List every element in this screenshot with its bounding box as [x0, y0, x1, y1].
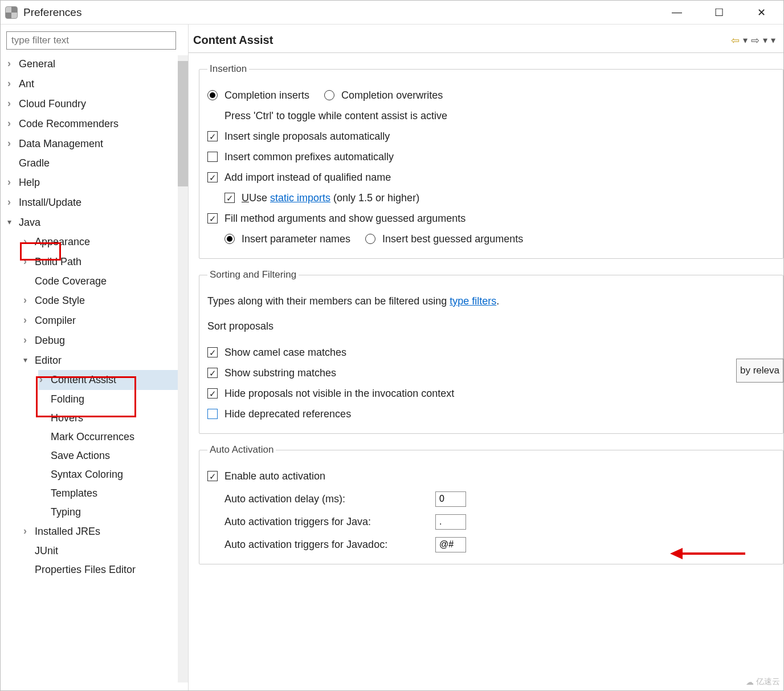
tree-item-ant[interactable]: Ant [6, 74, 185, 94]
tree-item-code-recommenders[interactable]: Code Recommenders [6, 114, 185, 134]
tree-item-save-actions[interactable]: Save Actions [38, 446, 185, 465]
tree-item-cloud-foundry[interactable]: Cloud Foundry [6, 94, 185, 114]
close-button[interactable]: ✕ [750, 6, 772, 19]
enable-auto-check[interactable] [207, 471, 218, 481]
filter-input[interactable] [6, 31, 176, 50]
tree-item-properties-files-editor[interactable]: Properties Files Editor [22, 560, 185, 579]
insert-common-check[interactable] [207, 152, 218, 162]
auto-activation-group: Auto Activation Enable auto activation A… [199, 440, 783, 564]
sidebar-scrollbar[interactable] [178, 55, 188, 682]
tree-item-folding[interactable]: Folding [38, 390, 185, 409]
add-import-check[interactable] [207, 172, 218, 182]
preference-tree: General Ant Cloud Foundry Code Recommend… [6, 54, 185, 579]
nav-menu-icon[interactable]: ▾ [771, 35, 775, 46]
tree-item-java[interactable]: Java [6, 213, 185, 232]
use-static-check[interactable] [224, 193, 235, 203]
insert-common-label: Insert common prefixes automatically [224, 147, 394, 167]
hide-deprecated-check[interactable] [207, 409, 218, 419]
show-substring-label: Show substring matches [224, 363, 336, 383]
maximize-button[interactable]: ☐ [708, 6, 730, 19]
nav-back-menu-icon[interactable]: ▾ [743, 35, 748, 46]
triggers-java-input[interactable] [435, 514, 466, 530]
tree-item-install-update[interactable]: Install/Update [6, 193, 185, 213]
completion-overwrites-label: Completion overwrites [341, 85, 443, 105]
insert-param-radio[interactable] [224, 234, 235, 244]
tree-item-debug[interactable]: Debug [22, 331, 185, 351]
tree-item-mark-occurrences[interactable]: Mark Occurrences [38, 428, 185, 446]
insert-best-label: Insert best guessed arguments [382, 229, 523, 249]
tree-item-templates[interactable]: Templates [38, 484, 185, 503]
annotation-arrow [670, 548, 745, 559]
minimize-button[interactable]: — [666, 6, 688, 19]
type-filters-link[interactable]: type filters [450, 295, 496, 307]
hide-invisible-check[interactable] [207, 388, 218, 399]
auto-legend: Auto Activation [207, 440, 276, 460]
sort-dropdown[interactable]: by releva [736, 359, 783, 383]
delay-input[interactable] [435, 491, 466, 507]
static-imports-link[interactable]: static imports [270, 192, 330, 204]
watermark: ☁ 亿速云 [746, 677, 780, 687]
page-title: Content Assist [193, 34, 273, 47]
tree-item-general[interactable]: General [6, 54, 185, 74]
fill-method-label: Fill method arguments and show guessed a… [224, 208, 466, 229]
enable-auto-label: Enable auto activation [224, 466, 325, 486]
tree-item-data-management[interactable]: Data Management [6, 134, 185, 154]
sort-proposals-label: Sort proposals [207, 316, 775, 336]
window-controls: — ☐ ✕ [666, 6, 779, 19]
nav-back-icon[interactable]: ⇦ [731, 34, 740, 47]
completion-inserts-label: Completion inserts [224, 85, 309, 105]
preferences-window: Preferences — ☐ ✕ General Ant Cloud Foun… [0, 0, 784, 691]
tree-item-hovers[interactable]: Hovers [38, 409, 185, 428]
completion-inserts-radio[interactable] [207, 90, 218, 100]
insert-single-label: Insert single proposals automatically [224, 126, 390, 147]
insert-single-check[interactable] [207, 131, 218, 141]
tree-item-gradle[interactable]: Gradle [6, 154, 185, 173]
eclipse-icon [5, 6, 18, 19]
nav-forward-menu-icon[interactable]: ▾ [763, 35, 767, 46]
titlebar: Preferences — ☐ ✕ [1, 1, 783, 25]
add-import-label: Add import instead of qualified name [224, 167, 391, 188]
triggers-java-label: Auto activation triggers for Java: [224, 511, 430, 532]
tree-item-typing[interactable]: Typing [38, 503, 185, 522]
tree-item-junit[interactable]: JUnit [22, 542, 185, 560]
tree-item-editor[interactable]: Editor [22, 351, 185, 370]
tree-item-syntax-coloring[interactable]: Syntax Coloring [38, 465, 185, 484]
tree-item-code-coverage[interactable]: Code Coverage [22, 272, 185, 291]
hide-deprecated-label: Hide deprecated references [224, 404, 351, 424]
sorting-group: Sorting and Filtering Types along with t… [199, 265, 783, 434]
insert-param-label: Insert parameter names [242, 229, 350, 249]
fill-method-check[interactable] [207, 213, 218, 223]
show-camel-check[interactable] [207, 347, 218, 357]
content-panel: Content Assist ⇦▾ ⇨▾ ▾ Insertion Complet… [189, 25, 783, 690]
tree-item-help[interactable]: Help [6, 173, 185, 193]
tree-item-content-assist[interactable]: Content Assist [38, 370, 185, 390]
content-header: Content Assist ⇦▾ ⇨▾ ▾ [189, 28, 783, 53]
insertion-group: Insertion Completion inserts Completion … [199, 59, 783, 259]
sorting-legend: Sorting and Filtering [207, 265, 299, 285]
tree-item-installed-jres[interactable]: Installed JREs [22, 522, 185, 542]
tree-item-appearance[interactable]: Appearance [22, 232, 185, 252]
triggers-doc-label: Auto activation triggers for Javadoc: [224, 534, 430, 555]
insertion-legend: Insertion [207, 59, 249, 79]
show-substring-check[interactable] [207, 368, 218, 378]
triggers-doc-input[interactable] [435, 537, 466, 552]
completion-overwrites-radio[interactable] [324, 90, 334, 100]
delay-label: Auto activation delay (ms): [224, 489, 430, 509]
insert-best-radio[interactable] [365, 234, 375, 244]
show-camel-label: Show camel case matches [224, 342, 346, 363]
tree-item-build-path[interactable]: Build Path [22, 252, 185, 272]
tree-item-compiler[interactable]: Compiler [22, 311, 185, 331]
ctrl-hint: Press 'Ctrl' to toggle while content ass… [207, 105, 775, 126]
window-title: Preferences [23, 6, 81, 19]
hide-invisible-label: Hide proposals not visible in the invoca… [224, 383, 454, 404]
tree-item-code-style[interactable]: Code Style [22, 291, 185, 311]
nav-forward-icon[interactable]: ⇨ [751, 34, 760, 47]
sidebar: General Ant Cloud Foundry Code Recommend… [1, 25, 189, 690]
